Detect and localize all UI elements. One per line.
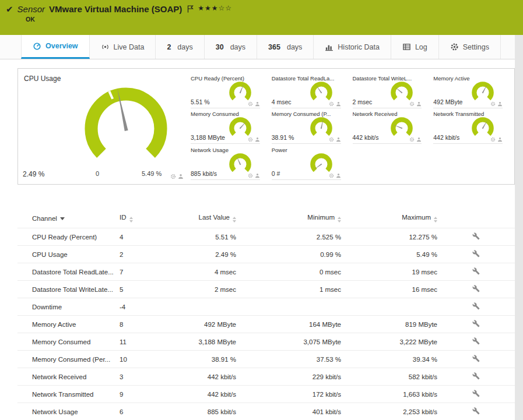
tab-30-days[interactable]: 30 days (205, 35, 257, 59)
tab-number: 365 (268, 43, 280, 51)
gauge-value: 5.51 % (191, 98, 210, 105)
channel-gauge[interactable]: Network Received 442 kbit/s (353, 109, 422, 144)
channel-name[interactable]: CPU Usage (17, 246, 120, 263)
channel-settings-wrench-icon[interactable] (472, 302, 480, 310)
channel-name[interactable]: CPU Ready (Percent) (17, 228, 120, 246)
channel-name[interactable]: Downtime (17, 298, 120, 316)
log-list-icon (402, 43, 411, 51)
priority-flag-icon[interactable] (187, 5, 194, 13)
settings-gear-icon (450, 43, 459, 51)
table-row[interactable]: Memory Consumed 11 3,188 MByte 3,075 MBy… (17, 333, 515, 351)
sensor-title: VMware Virtual Machine (SOAP) (49, 4, 182, 14)
table-row[interactable]: Datastore Total WriteLate... 5 2 msec 1 … (17, 281, 515, 298)
user-access-icon[interactable] (255, 173, 260, 178)
channel-id: 7 (120, 263, 175, 281)
favorite-rating-stars[interactable]: ★★★☆☆ (198, 4, 232, 12)
channel-gauge[interactable]: Memory Active 492 MByte (433, 73, 503, 108)
tab-365-days[interactable]: 365 days (257, 35, 314, 59)
channel-settings-wrench-icon[interactable] (472, 320, 480, 327)
tab-bar: Overview Live Data 2 days 30 days 365 da… (0, 35, 515, 59)
channel-maximum: 5.49 % (341, 246, 437, 263)
table-row[interactable]: Memory Active 8 492 MByte 164 MByte 819 … (17, 316, 515, 333)
channel-id: 11 (120, 333, 175, 351)
channel-name[interactable]: Memory Consumed (17, 333, 120, 351)
compare-gear-icon[interactable] (329, 137, 334, 142)
channel-id: 5 (120, 281, 175, 298)
tab-2-days[interactable]: 2 days (156, 35, 204, 59)
tab-historic-data[interactable]: Historic Data (314, 35, 391, 59)
user-access-icon[interactable] (255, 137, 260, 142)
table-row[interactable]: CPU Usage 2 2.49 % 0.99 % 5.49 % (17, 246, 515, 263)
table-row[interactable]: Network Usage 6 885 kbit/s 401 kbit/s 2,… (17, 403, 515, 420)
compare-gear-icon[interactable] (170, 174, 176, 179)
channel-gauge[interactable]: Network Transmitted 442 kbit/s (433, 109, 503, 144)
primary-channel-gauge[interactable]: CPU Usage 2.49 % 0 5.49 % (18, 69, 187, 184)
channel-gauge[interactable]: Network Usage 885 kbit/s (191, 145, 260, 180)
compare-gear-icon[interactable] (248, 173, 253, 178)
user-access-icon[interactable] (497, 101, 503, 107)
compare-gear-icon[interactable] (490, 137, 496, 142)
channel-settings-wrench-icon[interactable] (472, 337, 480, 345)
table-row[interactable]: Memory Consumed (Per... 10 38.91 % 37.53… (17, 351, 515, 368)
channel-gauge[interactable]: Datastore Total ReadLa... 4 msec (272, 73, 341, 108)
channel-gauge[interactable]: Datastore Total WriteL... 2 msec (353, 73, 422, 108)
channel-settings-wrench-icon[interactable] (472, 285, 480, 292)
sensor-status-text: OK (26, 16, 516, 23)
channel-gauge[interactable]: Memory Consumed 3,188 MByte (191, 109, 260, 144)
channel-minimum: 0.99 % (236, 246, 341, 263)
channel-settings-wrench-icon[interactable] (472, 355, 480, 362)
channel-settings-wrench-icon[interactable] (472, 407, 480, 415)
column-header-id[interactable]: ID (120, 208, 175, 228)
column-header-minimum[interactable]: Minimum (236, 208, 341, 228)
channel-name[interactable]: Memory Consumed (Per... (17, 351, 120, 368)
tab-overview[interactable]: Overview (21, 35, 90, 59)
compare-gear-icon[interactable] (409, 137, 415, 142)
tab-settings[interactable]: Settings (439, 35, 501, 59)
channel-gauge[interactable]: Power 0 # (272, 145, 341, 180)
channel-id: 4 (120, 228, 175, 246)
channel-settings-wrench-icon[interactable] (472, 267, 480, 275)
user-access-icon[interactable] (497, 137, 503, 142)
channel-name[interactable]: Memory Active (17, 316, 120, 333)
user-access-icon[interactable] (178, 174, 184, 179)
user-access-icon[interactable] (416, 137, 422, 142)
compare-gear-icon[interactable] (248, 101, 253, 107)
user-access-icon[interactable] (416, 101, 422, 107)
table-row[interactable]: Network Transmitted 9 442 kbit/s 172 kbi… (17, 386, 515, 403)
tab-log[interactable]: Log (391, 35, 439, 59)
column-header-last-value[interactable]: Last Value (175, 208, 236, 228)
compare-gear-icon[interactable] (490, 101, 496, 107)
historic-data-chart-icon (325, 43, 334, 51)
user-access-icon[interactable] (255, 101, 260, 107)
compare-gear-icon[interactable] (329, 173, 334, 178)
channel-gauge[interactable]: CPU Ready (Percent) 5.51 % (191, 73, 260, 108)
gauge-value: 442 kbit/s (433, 134, 459, 141)
table-row[interactable]: Datastore Total ReadLate... 7 4 msec 0 m… (17, 263, 515, 281)
channel-last-value: 3,188 MByte (175, 333, 236, 351)
compare-gear-icon[interactable] (329, 101, 334, 107)
compare-gear-icon[interactable] (248, 137, 253, 142)
user-access-icon[interactable] (336, 137, 341, 142)
channel-name[interactable]: Network Received (17, 368, 120, 386)
channel-last-value: 4 msec (175, 263, 236, 281)
channel-settings-wrench-icon[interactable] (472, 372, 480, 380)
tab-live-data[interactable]: Live Data (90, 35, 156, 59)
channel-last-value: 442 kbit/s (175, 386, 236, 403)
table-row[interactable]: Network Received 3 442 kbit/s 229 kbit/s… (17, 368, 515, 386)
channel-settings-wrench-icon[interactable] (472, 232, 480, 240)
channel-name[interactable]: Datastore Total ReadLate... (17, 263, 120, 281)
channel-name[interactable]: Network Usage (17, 403, 120, 420)
table-row[interactable]: Downtime -4 (17, 298, 515, 316)
channel-gauge[interactable]: Memory Consumed (P... 38.91 % (272, 109, 341, 144)
user-access-icon[interactable] (336, 101, 341, 107)
column-header-maximum[interactable]: Maximum (341, 208, 437, 228)
channel-name[interactable]: Network Transmitted (17, 386, 120, 403)
channel-name[interactable]: Datastore Total WriteLate... (17, 281, 120, 298)
channel-settings-wrench-icon[interactable] (472, 390, 480, 397)
table-row[interactable]: CPU Ready (Percent) 4 5.51 % 2.525 % 12.… (17, 228, 515, 246)
channel-id: -4 (120, 298, 175, 316)
column-header-channel[interactable]: Channel (17, 208, 120, 228)
user-access-icon[interactable] (336, 173, 341, 178)
compare-gear-icon[interactable] (409, 101, 415, 107)
channel-settings-wrench-icon[interactable] (472, 250, 480, 257)
